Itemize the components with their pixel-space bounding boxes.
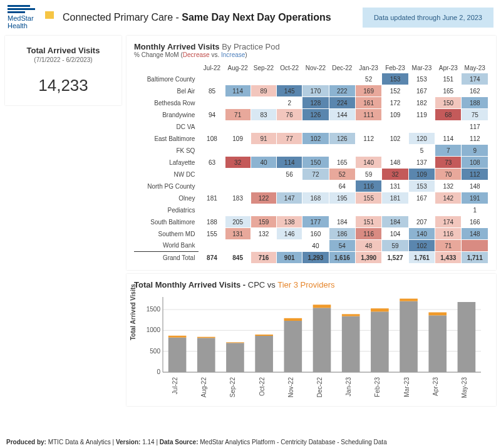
footer: Produced by: MTIC Data & Analytics | Ver… (6, 439, 387, 445)
svg-rect-19 (255, 336, 273, 372)
heatmap-row: FK SQ579 (134, 145, 488, 157)
heatmap-row: DC VA117 (134, 121, 488, 133)
svg-text:May-23: May-23 (461, 377, 468, 399)
heatmap-row: South Baltimore1882051591381771841511842… (134, 216, 488, 228)
svg-rect-29 (342, 314, 360, 316)
svg-rect-22 (284, 321, 302, 372)
svg-rect-23 (284, 318, 302, 321)
svg-rect-35 (400, 299, 418, 301)
heatmap-row: NW DC567252593210970112 (134, 169, 488, 180)
brand-logo: MedStar Health (8, 5, 51, 29)
heatmap-table: Jul-22Aug-22Sep-22Oct-22Nov-22Dec-22Jan-… (134, 63, 488, 264)
svg-rect-13 (197, 338, 215, 372)
kpi-label: Total Arrived Visits (10, 46, 116, 55)
barchart-yaxis-label: Total Arrived Visits (130, 284, 137, 340)
svg-text:1500: 1500 (147, 306, 161, 313)
svg-rect-28 (342, 316, 360, 372)
svg-rect-14 (197, 337, 215, 338)
svg-text:Jan-23: Jan-23 (345, 377, 352, 397)
svg-text:Mar-23: Mar-23 (403, 377, 410, 397)
heatmap-row: East Baltimore10810991771021261121021201… (134, 133, 488, 145)
header: MedStar Health Connected Primary Care - … (0, 0, 501, 32)
svg-rect-20 (255, 335, 273, 336)
svg-rect-31 (371, 311, 389, 372)
kpi-value: 14,233 (10, 76, 116, 95)
svg-rect-40 (458, 302, 476, 372)
svg-rect-10 (168, 338, 187, 372)
heatmap-row: Brandywine947183761261441111091196875 (134, 109, 488, 121)
heatmap-row: Bethesda Row2128224161172182150188 (134, 97, 488, 109)
kpi-date-range: (7/1/2022 - 6/2/2023) (10, 56, 116, 63)
barchart-panel: Total Monthly Arrived Visits - CPC vs Ti… (127, 274, 496, 406)
heatmap-row: World Bank4054485910271 (134, 240, 488, 252)
svg-rect-11 (168, 336, 187, 338)
svg-text:Sep-22: Sep-22 (229, 377, 236, 398)
heatmap-row: Grand Total8748457169011,2931,6161,3901,… (134, 252, 488, 264)
svg-text:1000: 1000 (147, 326, 161, 333)
svg-rect-37 (428, 315, 447, 372)
svg-rect-16 (226, 343, 244, 372)
svg-text:Nov-22: Nov-22 (287, 377, 294, 398)
heatmap-panel: Monthly Arrived Visits By Practice Pod %… (127, 36, 496, 270)
barchart-svg: 050010001500Jul-22Aug-22Sep-22Oct-22Nov-… (134, 293, 485, 399)
svg-text:Feb-23: Feb-23 (374, 377, 381, 397)
barchart-title: Total Monthly Arrived Visits - CPC vs Ti… (134, 280, 488, 289)
svg-rect-38 (428, 312, 447, 315)
heatmap-row: Bel Air8511489145170222169152167165162 (134, 85, 488, 97)
svg-text:Jul-22: Jul-22 (172, 377, 178, 395)
heatmap-row: Olney181183122147168195155181167142191 (134, 192, 488, 204)
svg-rect-34 (400, 301, 418, 372)
svg-text:Dec-22: Dec-22 (316, 377, 323, 398)
heatmap-row: North PG County64116131153132148 (134, 180, 488, 192)
svg-text:500: 500 (150, 348, 160, 355)
svg-rect-26 (313, 305, 331, 308)
heatmap-row: Pediatrics1 (134, 204, 488, 216)
dashboard-page: MedStar Health Connected Primary Care - … (0, 0, 501, 448)
heatmap-subtitle: % Change MoM (Decrease vs. Increase) (134, 51, 488, 58)
svg-rect-25 (313, 308, 331, 372)
heatmap-row: Southern MD15513113214616018611610414011… (134, 228, 488, 240)
svg-text:Oct-22: Oct-22 (259, 377, 266, 396)
svg-text:Aug-22: Aug-22 (200, 377, 207, 398)
svg-text:0: 0 (157, 368, 160, 375)
svg-rect-32 (371, 308, 389, 311)
page-title: Connected Primary Care - Same Day Next D… (63, 12, 363, 23)
kpi-card-total-visits: Total Arrived Visits (7/1/2022 - 6/2/202… (5, 36, 121, 105)
data-updated-pill: Data updated through June 2, 2023 (363, 8, 493, 28)
heatmap-row: Baltimore County52153153151174 (134, 73, 488, 85)
heatmap-row: Lafayette63324011415016514014813773108 (134, 157, 488, 169)
svg-rect-17 (226, 342, 244, 343)
svg-text:Apr-23: Apr-23 (432, 377, 439, 396)
heatmap-title: Monthly Arrived Visits By Practice Pod (134, 42, 488, 51)
